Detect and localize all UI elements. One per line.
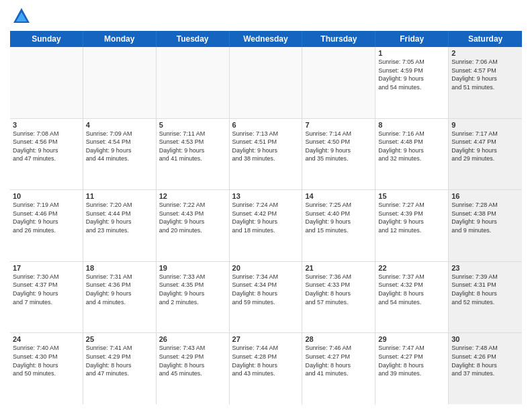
day-number: 21 — [305, 264, 372, 272]
day-info: Sunrise: 7:08 AM Sunset: 4:56 PM Dayligh… — [13, 130, 80, 163]
day-number: 30 — [451, 335, 519, 343]
calendar-day-15: 15Sunrise: 7:27 AM Sunset: 4:39 PM Dayli… — [375, 190, 449, 261]
calendar-empty-cell — [157, 47, 230, 118]
day-number: 28 — [305, 335, 372, 343]
day-info: Sunrise: 7:09 AM Sunset: 4:54 PM Dayligh… — [86, 130, 153, 163]
day-number: 25 — [86, 335, 153, 343]
day-info: Sunrise: 7:25 AM Sunset: 4:40 PM Dayligh… — [305, 201, 372, 234]
day-info: Sunrise: 7:37 AM Sunset: 4:32 PM Dayligh… — [378, 273, 445, 306]
calendar-empty-cell — [83, 47, 157, 118]
day-info: Sunrise: 7:24 AM Sunset: 4:42 PM Dayligh… — [232, 201, 300, 234]
calendar-day-1: 1Sunrise: 7:05 AM Sunset: 4:59 PM Daylig… — [375, 47, 449, 118]
calendar-day-7: 7Sunrise: 7:14 AM Sunset: 4:50 PM Daylig… — [302, 119, 375, 190]
header-day-saturday: Saturday — [449, 31, 522, 47]
day-info: Sunrise: 7:13 AM Sunset: 4:51 PM Dayligh… — [232, 130, 300, 163]
day-info: Sunrise: 7:34 AM Sunset: 4:34 PM Dayligh… — [232, 273, 300, 306]
day-info: Sunrise: 7:05 AM Sunset: 4:59 PM Dayligh… — [378, 58, 445, 91]
calendar-week-2: 3Sunrise: 7:08 AM Sunset: 4:56 PM Daylig… — [10, 119, 522, 191]
day-info: Sunrise: 7:33 AM Sunset: 4:35 PM Dayligh… — [159, 273, 226, 306]
day-number: 2 — [451, 49, 519, 57]
day-number: 7 — [305, 121, 372, 129]
calendar-day-14: 14Sunrise: 7:25 AM Sunset: 4:40 PM Dayli… — [302, 190, 375, 261]
day-info: Sunrise: 7:30 AM Sunset: 4:37 PM Dayligh… — [13, 273, 80, 306]
calendar-day-22: 22Sunrise: 7:37 AM Sunset: 4:32 PM Dayli… — [375, 262, 449, 333]
calendar-day-11: 11Sunrise: 7:20 AM Sunset: 4:44 PM Dayli… — [83, 190, 157, 261]
day-info: Sunrise: 7:41 AM Sunset: 4:29 PM Dayligh… — [86, 344, 153, 377]
day-info: Sunrise: 7:40 AM Sunset: 4:30 PM Dayligh… — [13, 344, 80, 377]
day-number: 23 — [451, 264, 519, 272]
day-info: Sunrise: 7:46 AM Sunset: 4:27 PM Dayligh… — [305, 344, 372, 377]
day-info: Sunrise: 7:11 AM Sunset: 4:53 PM Dayligh… — [159, 130, 226, 163]
calendar-week-5: 24Sunrise: 7:40 AM Sunset: 4:30 PM Dayli… — [10, 333, 522, 404]
day-number: 26 — [159, 335, 226, 343]
day-number: 14 — [305, 192, 372, 200]
day-number: 20 — [232, 264, 300, 272]
day-info: Sunrise: 7:48 AM Sunset: 4:26 PM Dayligh… — [451, 344, 519, 377]
calendar-header: SundayMondayTuesdayWednesdayThursdayFrid… — [10, 31, 522, 47]
day-info: Sunrise: 7:36 AM Sunset: 4:33 PM Dayligh… — [305, 273, 372, 306]
calendar-day-12: 12Sunrise: 7:22 AM Sunset: 4:43 PM Dayli… — [157, 190, 230, 261]
calendar-week-1: 1Sunrise: 7:05 AM Sunset: 4:59 PM Daylig… — [10, 47, 522, 119]
calendar-empty-cell — [10, 47, 83, 118]
calendar-week-4: 17Sunrise: 7:30 AM Sunset: 4:37 PM Dayli… — [10, 262, 522, 334]
calendar-day-5: 5Sunrise: 7:11 AM Sunset: 4:53 PM Daylig… — [157, 119, 230, 190]
day-number: 12 — [159, 192, 226, 200]
calendar-empty-cell — [230, 47, 303, 118]
calendar-day-3: 3Sunrise: 7:08 AM Sunset: 4:56 PM Daylig… — [10, 119, 83, 190]
calendar-day-29: 29Sunrise: 7:47 AM Sunset: 4:27 PM Dayli… — [375, 333, 449, 404]
header-day-friday: Friday — [375, 31, 449, 47]
day-info: Sunrise: 7:31 AM Sunset: 4:36 PM Dayligh… — [86, 273, 153, 306]
page: SundayMondayTuesdayWednesdayThursdayFrid… — [0, 0, 532, 411]
day-info: Sunrise: 7:28 AM Sunset: 4:38 PM Dayligh… — [451, 201, 519, 234]
day-info: Sunrise: 7:06 AM Sunset: 4:57 PM Dayligh… — [451, 58, 519, 91]
day-number: 9 — [451, 121, 519, 129]
calendar-day-26: 26Sunrise: 7:43 AM Sunset: 4:29 PM Dayli… — [157, 333, 230, 404]
day-info: Sunrise: 7:14 AM Sunset: 4:50 PM Dayligh… — [305, 130, 372, 163]
day-info: Sunrise: 7:44 AM Sunset: 4:28 PM Dayligh… — [232, 344, 300, 377]
header-day-tuesday: Tuesday — [157, 31, 230, 47]
header-day-thursday: Thursday — [302, 31, 375, 47]
calendar-day-20: 20Sunrise: 7:34 AM Sunset: 4:34 PM Dayli… — [230, 262, 303, 333]
day-info: Sunrise: 7:39 AM Sunset: 4:31 PM Dayligh… — [451, 273, 519, 306]
calendar-day-28: 28Sunrise: 7:46 AM Sunset: 4:27 PM Dayli… — [302, 333, 375, 404]
calendar-day-21: 21Sunrise: 7:36 AM Sunset: 4:33 PM Dayli… — [302, 262, 375, 333]
day-number: 8 — [378, 121, 445, 129]
day-number: 18 — [86, 264, 153, 272]
logo — [10, 7, 31, 26]
day-number: 10 — [13, 192, 80, 200]
day-number: 6 — [232, 121, 300, 129]
day-number: 1 — [378, 49, 445, 57]
calendar-day-6: 6Sunrise: 7:13 AM Sunset: 4:51 PM Daylig… — [230, 119, 303, 190]
calendar-day-30: 30Sunrise: 7:48 AM Sunset: 4:26 PM Dayli… — [449, 333, 522, 404]
day-number: 3 — [13, 121, 80, 129]
day-info: Sunrise: 7:47 AM Sunset: 4:27 PM Dayligh… — [378, 344, 445, 377]
header-day-wednesday: Wednesday — [230, 31, 303, 47]
calendar-day-9: 9Sunrise: 7:17 AM Sunset: 4:47 PM Daylig… — [449, 119, 522, 190]
day-number: 16 — [451, 192, 519, 200]
day-number: 5 — [159, 121, 226, 129]
day-number: 29 — [378, 335, 445, 343]
header-day-sunday: Sunday — [10, 31, 83, 47]
logo-icon — [12, 7, 31, 26]
calendar-day-16: 16Sunrise: 7:28 AM Sunset: 4:38 PM Dayli… — [449, 190, 522, 261]
calendar: SundayMondayTuesdayWednesdayThursdayFrid… — [10, 31, 522, 404]
calendar-day-27: 27Sunrise: 7:44 AM Sunset: 4:28 PM Dayli… — [230, 333, 303, 404]
day-info: Sunrise: 7:17 AM Sunset: 4:47 PM Dayligh… — [451, 130, 519, 163]
calendar-day-2: 2Sunrise: 7:06 AM Sunset: 4:57 PM Daylig… — [449, 47, 522, 118]
day-info: Sunrise: 7:22 AM Sunset: 4:43 PM Dayligh… — [159, 201, 226, 234]
calendar-day-13: 13Sunrise: 7:24 AM Sunset: 4:42 PM Dayli… — [230, 190, 303, 261]
calendar-day-25: 25Sunrise: 7:41 AM Sunset: 4:29 PM Dayli… — [83, 333, 157, 404]
calendar-week-3: 10Sunrise: 7:19 AM Sunset: 4:46 PM Dayli… — [10, 190, 522, 262]
header-day-monday: Monday — [83, 31, 157, 47]
calendar-day-23: 23Sunrise: 7:39 AM Sunset: 4:31 PM Dayli… — [449, 262, 522, 333]
day-number: 13 — [232, 192, 300, 200]
calendar-day-19: 19Sunrise: 7:33 AM Sunset: 4:35 PM Dayli… — [157, 262, 230, 333]
day-number: 24 — [13, 335, 80, 343]
header — [10, 7, 522, 26]
day-number: 27 — [232, 335, 300, 343]
day-info: Sunrise: 7:43 AM Sunset: 4:29 PM Dayligh… — [159, 344, 226, 377]
day-number: 15 — [378, 192, 445, 200]
calendar-day-24: 24Sunrise: 7:40 AM Sunset: 4:30 PM Dayli… — [10, 333, 83, 404]
calendar-day-10: 10Sunrise: 7:19 AM Sunset: 4:46 PM Dayli… — [10, 190, 83, 261]
day-number: 19 — [159, 264, 226, 272]
